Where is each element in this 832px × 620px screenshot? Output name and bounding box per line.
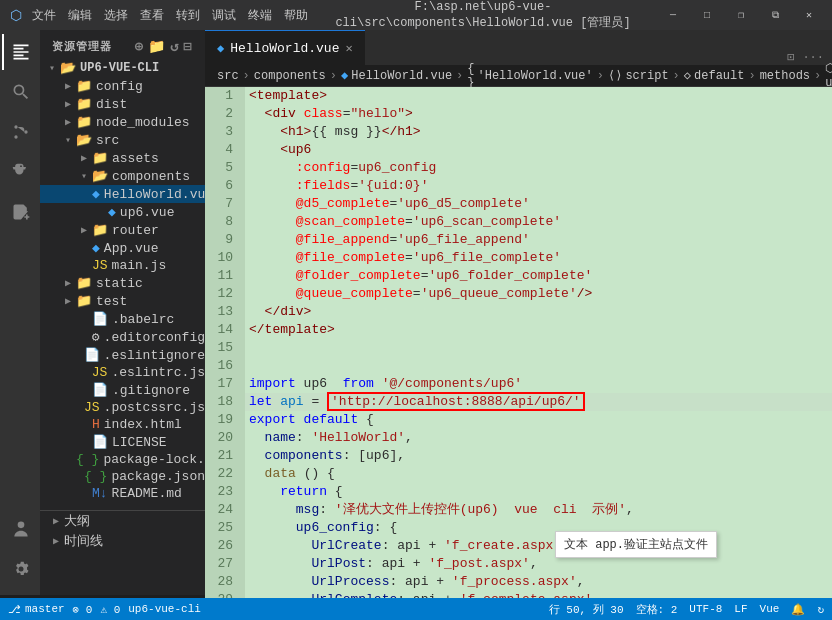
sidebar-item-gitignore[interactable]: 📄 .gitignore [40, 381, 205, 399]
sidebar-item-packagelock[interactable]: { } package-lock.json [40, 451, 205, 468]
sidebar-item-up6vue[interactable]: ◆ up6.vue [40, 203, 205, 221]
line-content-8: @scan_complete='up6_scan_complete' [245, 213, 832, 231]
menu-help[interactable]: 帮助 [284, 7, 308, 24]
vue-icon-helloworld: ◆ [92, 186, 100, 202]
git-branch[interactable]: ⎇ master [8, 603, 65, 616]
breadcrumb-src[interactable]: src [217, 69, 239, 83]
error-count[interactable]: ⊗ 0 [73, 603, 93, 616]
sidebar-item-babelrc[interactable]: 📄 .babelrc [40, 310, 205, 328]
menu-file[interactable]: 文件 [32, 7, 56, 24]
breadcrumb-components[interactable]: components [254, 69, 326, 83]
new-file-icon[interactable]: ⊕ [135, 38, 144, 55]
line-num-17: 17 [205, 375, 245, 393]
menu-select[interactable]: 选择 [104, 7, 128, 24]
sidebar-item-postcss[interactable]: JS .postcssrc.js [40, 399, 205, 416]
restore-button[interactable]: ❐ [726, 5, 756, 25]
menu-debug[interactable]: 调试 [212, 7, 236, 24]
project-name-status[interactable]: up6-vue-cli [128, 603, 201, 615]
breadcrumb-default[interactable]: ◇ default [684, 68, 745, 83]
activity-explorer[interactable] [2, 34, 38, 70]
sidebar-item-license[interactable]: 📄 LICENSE [40, 433, 205, 451]
line-num-28: 28 [205, 573, 245, 591]
activity-search[interactable] [2, 74, 38, 110]
line-ending[interactable]: LF [734, 603, 747, 615]
sidebar-label-helloworld: HelloWorld.vue [104, 187, 205, 202]
menu-bar[interactable]: 文件 编辑 选择 查看 转到 调试 终端 帮助 [32, 7, 308, 24]
breadcrumb-methods[interactable]: methods [760, 69, 810, 83]
sidebar-item-indexhtml[interactable]: H index.html [40, 416, 205, 433]
more-actions-icon[interactable]: ··· [802, 51, 824, 65]
editor-content[interactable]: 1 <template> 2 <div class="hello"> 3 <h1… [205, 87, 832, 598]
encoding[interactable]: UTF-8 [689, 603, 722, 615]
sidebar-item-router[interactable]: ▶ 📁 router [40, 221, 205, 239]
sidebar-item-eslintignore[interactable]: 📄 .eslintignore [40, 346, 205, 364]
timeline-section[interactable]: ▶ 时间线 [40, 531, 205, 551]
breadcrumb-method[interactable]: ⬡ up6_file_complete [825, 61, 832, 90]
sidebar-header-icons[interactable]: ⊕ 📁 ↺ ⊟ [135, 38, 193, 55]
sidebar-item-assets[interactable]: ▶ 📁 assets [40, 149, 205, 167]
code-line-24: 24 msg: '泽优大文件上传控件(up6) vue cli 示例', [205, 501, 832, 519]
sidebar-label-components: components [112, 169, 190, 184]
sidebar-item-appvue[interactable]: ◆ App.vue [40, 239, 205, 257]
warning-count[interactable]: ⚠ 0 [100, 603, 120, 616]
code-line-22: 22 data () { [205, 465, 832, 483]
line-content-25: up6_config: { [245, 519, 832, 537]
minimize-button[interactable]: ─ [658, 5, 688, 25]
sidebar-item-src[interactable]: ▾ 📂 src [40, 131, 205, 149]
activity-git[interactable] [2, 114, 38, 150]
breadcrumb-filename[interactable]: ◆ HelloWorld.vue [341, 68, 452, 83]
code-line-11: 11 @folder_complete='up6_folder_complete… [205, 267, 832, 285]
sidebar-item-eslintrc[interactable]: JS .eslintrc.js [40, 364, 205, 381]
line-num-13: 13 [205, 303, 245, 321]
menu-edit[interactable]: 编辑 [68, 7, 92, 24]
code-line-14: 14 </template> [205, 321, 832, 339]
refresh-icon[interactable]: ↺ [170, 38, 179, 55]
activity-account[interactable] [2, 511, 38, 547]
sidebar-item-static[interactable]: ▶ 📁 static [40, 274, 205, 292]
activity-settings[interactable] [2, 551, 38, 587]
tab-controls[interactable]: ⊡ ··· [779, 50, 832, 65]
window-controls[interactable]: ─ □ ❐ ⧉ ✕ [658, 5, 824, 25]
split-editor-icon[interactable]: ⊡ [787, 50, 794, 65]
collapse-icon[interactable]: ⊟ [184, 38, 193, 55]
sidebar-item-config[interactable]: ▶ 📁 config [40, 77, 205, 95]
language-mode[interactable]: Vue [760, 603, 780, 615]
sidebar-item-dist[interactable]: ▶ 📁 dist [40, 95, 205, 113]
line-content-21: components: [up6], [245, 447, 832, 465]
activity-debug[interactable] [2, 154, 38, 190]
svg-point-1 [14, 135, 17, 138]
menu-view[interactable]: 查看 [140, 7, 164, 24]
editor[interactable]: 1 <template> 2 <div class="hello"> 3 <h1… [205, 87, 832, 598]
breadcrumb-script[interactable]: ⟨⟩ script [608, 68, 669, 83]
tab-helloworld[interactable]: ◆ HelloWorld.vue ✕ [205, 30, 365, 65]
project-root[interactable]: ▾ 📂 UP6-VUE-CLI [40, 59, 205, 77]
feedback-icon[interactable]: 🔔 [791, 603, 805, 616]
sync-icon[interactable]: ↻ [817, 603, 824, 616]
new-folder-icon[interactable]: 📁 [148, 38, 166, 55]
code-line-8: 8 @scan_complete='up6_scan_complete' [205, 213, 832, 231]
breadcrumb-component-name[interactable]: { } 'HelloWorld.vue' [467, 62, 592, 90]
line-num-4: 4 [205, 141, 245, 159]
sidebar-item-node-modules[interactable]: ▶ 📁 node_modules [40, 113, 205, 131]
sidebar-item-helloworld[interactable]: ◆ HelloWorld.vue [40, 185, 205, 203]
code-line-27: 27 UrlPost: api + 'f_post.aspx', [205, 555, 832, 573]
sidebar-item-components[interactable]: ▾ 📂 components [40, 167, 205, 185]
menu-goto[interactable]: 转到 [176, 7, 200, 24]
tile-button[interactable]: ⧉ [760, 5, 790, 25]
sidebar-item-mainjs[interactable]: JS main.js [40, 257, 205, 274]
indentation[interactable]: 空格: 2 [636, 602, 678, 617]
sidebar-item-readme[interactable]: M↓ README.md [40, 485, 205, 502]
cursor-position[interactable]: 行 50, 列 30 [549, 602, 624, 617]
svg-point-2 [24, 130, 27, 133]
maximize-button[interactable]: □ [692, 5, 722, 25]
close-button[interactable]: ✕ [794, 5, 824, 25]
activity-extensions[interactable] [2, 194, 38, 230]
line-content-28: UrlProcess: api + 'f_process.aspx', [245, 573, 832, 591]
sidebar-item-test[interactable]: ▶ 📁 test [40, 292, 205, 310]
outline-section[interactable]: ▶ 大纲 [40, 511, 205, 531]
tab-close-button[interactable]: ✕ [345, 41, 352, 56]
menu-terminal[interactable]: 终端 [248, 7, 272, 24]
sidebar-item-editorconfig[interactable]: ⚙ .editorconfig [40, 328, 205, 346]
sidebar-item-package[interactable]: { } package.json [40, 468, 205, 485]
url-popup: 文本 app.验证主站点文件 [555, 531, 717, 558]
